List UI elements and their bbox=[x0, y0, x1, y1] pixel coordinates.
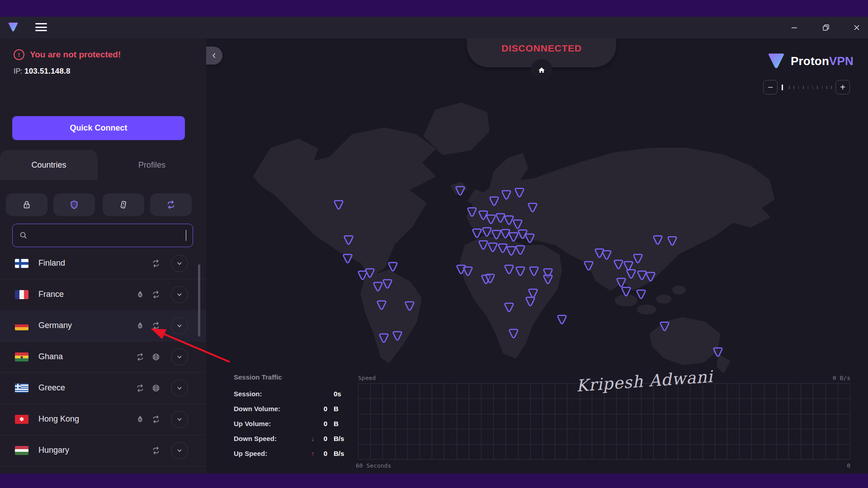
country-name: Ghana bbox=[38, 352, 63, 361]
ip-value: 103.51.148.8 bbox=[24, 67, 71, 75]
chevron-down-icon[interactable] bbox=[171, 442, 188, 459]
flag-france bbox=[15, 290, 28, 299]
smart-routing-globe-icon bbox=[151, 384, 160, 393]
chevron-down-icon[interactable] bbox=[171, 317, 188, 334]
shield-icon[interactable] bbox=[53, 193, 95, 216]
zoom-out-button[interactable]: − bbox=[763, 80, 778, 94]
home-button[interactable] bbox=[531, 59, 552, 81]
home-icon bbox=[537, 66, 546, 75]
status-badge: DISCONNECTED bbox=[501, 43, 582, 54]
warning-text: You are not protected! bbox=[30, 50, 121, 60]
map-area: DISCONNECTED ProtonVPN bbox=[206, 38, 868, 474]
chevron-down-icon[interactable] bbox=[171, 286, 188, 303]
speed-graph-grid bbox=[358, 383, 850, 460]
brand-vpn: VPN bbox=[829, 54, 854, 68]
country-name: Germany bbox=[38, 321, 72, 330]
country-row-hong-kong[interactable]: Hong Kong bbox=[0, 404, 206, 435]
chevron-down-icon[interactable] bbox=[171, 380, 188, 397]
zoom-level-indicator bbox=[782, 84, 783, 90]
session-traffic-title: Session Traffic bbox=[234, 373, 282, 381]
chevron-down-icon[interactable] bbox=[171, 255, 188, 272]
ip-address: IP: 103.51.148.8 bbox=[14, 67, 71, 76]
tor-flag-icon[interactable] bbox=[103, 193, 144, 216]
protonvpn-brand: ProtonVPN bbox=[766, 52, 854, 70]
graph-xaxis-label: 60 Seconds bbox=[356, 462, 391, 469]
country-row-germany[interactable]: Germany bbox=[0, 310, 206, 342]
zoom-slider[interactable] bbox=[789, 86, 832, 89]
p2p-arrows-icon[interactable] bbox=[150, 193, 192, 216]
p2p-icon bbox=[151, 321, 160, 330]
flag-hong-kong bbox=[15, 415, 28, 424]
chevron-down-icon[interactable] bbox=[171, 348, 188, 366]
flag-finland bbox=[15, 259, 28, 268]
country-row-france[interactable]: France bbox=[0, 279, 206, 310]
country-name: Hong Kong bbox=[38, 414, 79, 424]
zoom-in-button[interactable]: + bbox=[835, 80, 850, 94]
tor-onion-icon bbox=[136, 415, 145, 424]
protonvpn-logo-icon bbox=[766, 52, 786, 70]
country-name: Hungary bbox=[38, 446, 69, 455]
country-name: France bbox=[38, 290, 64, 299]
p2p-icon bbox=[136, 384, 145, 393]
up-speed-row: Up Speed: ↑ 0 B/s bbox=[234, 450, 351, 459]
warning-exclamation-icon: ! bbox=[14, 49, 24, 60]
protection-warning: ! You are not protected! bbox=[14, 49, 121, 60]
flag-hungary bbox=[15, 446, 28, 455]
tor-onion-icon bbox=[136, 321, 145, 330]
down-speed-row: Down Speed: ↓ 0 B/s bbox=[234, 435, 351, 444]
country-row-hungary[interactable]: Hungary bbox=[0, 435, 206, 466]
tor-onion-icon bbox=[136, 290, 145, 299]
filter-row bbox=[0, 193, 206, 216]
text-cursor bbox=[186, 230, 187, 241]
close-icon[interactable] bbox=[846, 17, 867, 38]
p2p-icon bbox=[151, 446, 160, 455]
tab-profiles[interactable]: Profiles bbox=[98, 150, 206, 180]
flag-greece bbox=[15, 384, 28, 393]
scrollbar-thumb[interactable] bbox=[198, 264, 200, 337]
protonvpn-window: ! You are not protected! IP: 103.51.148.… bbox=[0, 17, 868, 474]
country-name: Greece bbox=[38, 383, 65, 393]
titlebar bbox=[0, 17, 868, 38]
down-volume-row: Down Volume: 0 B bbox=[234, 405, 351, 414]
quick-connect-button[interactable]: Quick Connect bbox=[12, 116, 185, 140]
session-row: Session: 0s bbox=[234, 390, 351, 399]
p2p-icon bbox=[136, 352, 145, 361]
flag-ghana bbox=[15, 352, 28, 361]
p2p-icon bbox=[151, 290, 160, 299]
restore-button[interactable] bbox=[816, 17, 836, 38]
smart-routing-globe-icon bbox=[151, 352, 160, 361]
chevron-down-icon[interactable] bbox=[171, 411, 188, 428]
brand-proton: Proton bbox=[791, 54, 829, 68]
proton-logo-icon bbox=[7, 22, 19, 33]
hamburger-menu-icon[interactable] bbox=[35, 23, 48, 32]
search-icon bbox=[19, 231, 28, 240]
minimize-button[interactable] bbox=[784, 17, 805, 38]
up-volume-row: Up Volume: 0 B bbox=[234, 420, 351, 429]
country-row-finland[interactable]: Finland bbox=[0, 248, 206, 279]
graph-ymax-label: 0 B/s bbox=[810, 375, 850, 381]
country-name: Finland bbox=[38, 258, 65, 268]
graph-title: Speed bbox=[358, 375, 376, 381]
p2p-icon bbox=[151, 415, 160, 424]
ip-label: IP: bbox=[14, 67, 23, 75]
search-box[interactable] bbox=[12, 224, 193, 247]
country-row-greece[interactable]: Greece bbox=[0, 372, 206, 404]
flag-germany bbox=[15, 321, 28, 330]
graph-x-right-label: 0 bbox=[832, 462, 850, 469]
p2p-icon bbox=[151, 259, 160, 268]
sidebar: ! You are not protected! IP: 103.51.148.… bbox=[0, 38, 207, 474]
tab-countries[interactable]: Countries bbox=[0, 150, 98, 180]
country-list: Finland France bbox=[0, 248, 206, 474]
country-row-ghana[interactable]: Ghana bbox=[0, 341, 206, 373]
secure-core-lock-icon[interactable] bbox=[6, 193, 47, 216]
map-zoom-control: − + bbox=[763, 80, 850, 94]
search-input[interactable] bbox=[33, 230, 187, 240]
